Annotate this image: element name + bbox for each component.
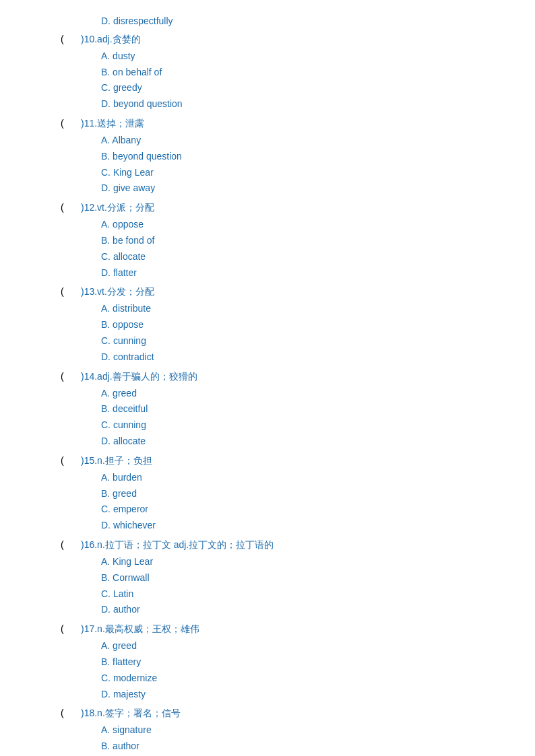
content-area: D. disrespectfully ()10.adj.贪婪的A. dustyB… (0, 13, 535, 755)
option-q13-1: B. oppose (101, 317, 535, 333)
paren-left: ( (61, 539, 74, 550)
question-block-q12: ()12.vt.分派；分配A. opposeB. be fond ofC. al… (0, 202, 535, 281)
option-q10-0: A. dusty (101, 48, 535, 65)
question-line-q14: ()14.adj.善于骗人的；狡猾的 (0, 371, 535, 383)
option-q14-3: D. allocate (101, 434, 535, 450)
question-line-q15: ()15.n.担子；负担 (0, 455, 535, 467)
option-q16-3: D. author (101, 602, 535, 618)
options-q18: A. signatureB. author (101, 722, 535, 755)
question-text-q17: )17.n.最高权威；王权；雄伟 (81, 623, 199, 635)
question-text-q16: )16.n.拉丁语；拉丁文 adj.拉丁文的；拉丁语的 (81, 539, 274, 551)
paren-left: ( (61, 371, 74, 382)
option-q10-2: C. greedy (101, 80, 535, 96)
option-q16-0: A. King Lear (101, 554, 535, 570)
question-text-q12: )12.vt.分派；分配 (81, 202, 154, 214)
option-q15-3: D. whichever (101, 518, 535, 534)
option-q16-1: B. Cornwall (101, 570, 535, 586)
question-line-q11: ()11.送掉；泄露 (0, 118, 535, 130)
options-q11: A. AlbanyB. beyond questionC. King LearD… (101, 133, 535, 197)
question-block-q10: ()10.adj.贪婪的A. dustyB. on behalf ofC. gr… (0, 34, 535, 112)
option-q15-1: B. greed (101, 486, 535, 502)
option-q12-3: D. flatter (101, 265, 535, 281)
option-q17-1: B. flattery (101, 654, 535, 671)
option-q14-0: A. greed (101, 386, 535, 402)
option-q12-2: C. allocate (101, 249, 535, 265)
question-block-q17: ()17.n.最高权威；王权；雄伟A. greedB. flatteryC. m… (0, 623, 535, 702)
question-block-q11: ()11.送掉；泄露A. AlbanyB. beyond questionC. … (0, 118, 535, 197)
option-q16-2: C. Latin (101, 586, 535, 603)
option-q11-2: C. King Lear (101, 165, 535, 181)
option-q18-0: A. signature (101, 722, 535, 738)
options-q13: A. distributeB. opposeC. cunningD. contr… (101, 301, 535, 365)
option-q13-0: A. distribute (101, 301, 535, 317)
option-q10-3: D. beyond question (101, 96, 535, 112)
option-q13-2: C. cunning (101, 333, 535, 349)
question-text-q14: )14.adj.善于骗人的；狡猾的 (81, 371, 197, 383)
options-q12: A. opposeB. be fond ofC. allocateD. flat… (101, 217, 535, 281)
top-option-d: D. disrespectfully (101, 13, 535, 30)
paren-left: ( (61, 286, 74, 297)
question-text-q15: )15.n.担子；负担 (81, 455, 152, 467)
options-q15: A. burdenB. greedC. emperorD. whichever (101, 470, 535, 534)
question-block-q15: ()15.n.担子；负担A. burdenB. greedC. emperorD… (0, 455, 535, 534)
question-line-q10: ()10.adj.贪婪的 (0, 34, 535, 46)
question-block-q13: ()13.vt.分发；分配A. distributeB. opposeC. cu… (0, 286, 535, 365)
option-q14-2: C. cunning (101, 417, 535, 434)
option-q17-3: D. majesty (101, 687, 535, 703)
options-q16: A. King LearB. CornwallC. LatinD. author (101, 554, 535, 618)
paren-left: ( (61, 34, 74, 44)
question-text-q10: )10.adj.贪婪的 (81, 34, 141, 46)
options-q17: A. greedB. flatteryC. modernizeD. majest… (101, 638, 535, 702)
question-block-q18: ()18.n.签字；署名；信号A. signatureB. author (0, 708, 535, 755)
question-line-q12: ()12.vt.分派；分配 (0, 202, 535, 214)
option-q11-0: A. Albany (101, 133, 535, 149)
paren-left: ( (61, 708, 74, 718)
option-q15-2: C. emperor (101, 502, 535, 518)
question-line-q17: ()17.n.最高权威；王权；雄伟 (0, 623, 535, 635)
question-text-q18: )18.n.签字；署名；信号 (81, 708, 181, 720)
option-q14-1: B. deceitful (101, 401, 535, 417)
option-q11-1: B. beyond question (101, 149, 535, 165)
option-q11-3: D. give away (101, 180, 535, 197)
question-block-q16: ()16.n.拉丁语；拉丁文 adj.拉丁文的；拉丁语的A. King Lear… (0, 539, 535, 618)
question-block-q14: ()14.adj.善于骗人的；狡猾的A. greedB. deceitfulC.… (0, 371, 535, 450)
option-q18-1: B. author (101, 738, 535, 755)
options-q10: A. dustyB. on behalf ofC. greedyD. beyon… (101, 48, 535, 112)
paren-left: ( (61, 202, 74, 213)
question-text-q11: )11.送掉；泄露 (81, 118, 144, 130)
paren-left: ( (61, 623, 74, 634)
option-q12-0: A. oppose (101, 217, 535, 233)
option-q13-3: D. contradict (101, 349, 535, 366)
options-q14: A. greedB. deceitfulC. cunningD. allocat… (101, 386, 535, 450)
question-line-q18: ()18.n.签字；署名；信号 (0, 708, 535, 720)
paren-left: ( (61, 455, 74, 466)
option-q12-1: B. be fond of (101, 233, 535, 249)
question-text-q13: )13.vt.分发；分配 (81, 286, 154, 298)
option-q15-0: A. burden (101, 470, 535, 486)
paren-left: ( (61, 118, 74, 129)
option-q17-0: A. greed (101, 638, 535, 654)
option-q17-2: C. modernize (101, 671, 535, 687)
question-line-q13: ()13.vt.分发；分配 (0, 286, 535, 298)
question-line-q16: ()16.n.拉丁语；拉丁文 adj.拉丁文的；拉丁语的 (0, 539, 535, 551)
option-q10-1: B. on behalf of (101, 65, 535, 81)
